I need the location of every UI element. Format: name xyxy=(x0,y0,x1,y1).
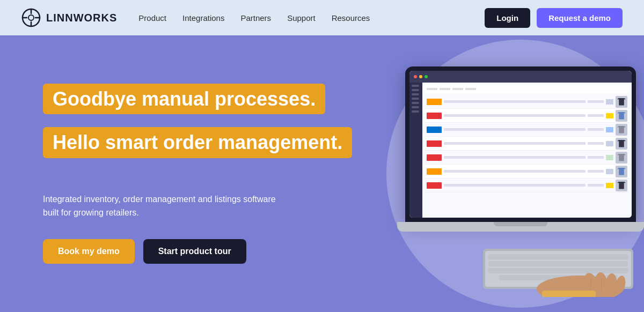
svg-rect-20 xyxy=(542,291,596,297)
headline-1: Goodbye manual processes. xyxy=(53,88,316,110)
dot-red xyxy=(414,75,417,78)
table-row xyxy=(425,95,630,109)
svg-rect-10 xyxy=(488,268,628,273)
nav-item-support[interactable]: Support xyxy=(287,13,316,23)
logo: LINNWORKS xyxy=(21,8,117,27)
svg-rect-9 xyxy=(488,261,628,266)
headline-block-1: Goodbye manual processes. xyxy=(43,84,325,114)
headline-2: Hello smart order management. xyxy=(53,131,342,153)
table-row xyxy=(425,123,630,137)
nav-item-resources[interactable]: Resources xyxy=(332,13,370,23)
laptop-screen xyxy=(409,71,632,218)
hero-content: Goodbye manual processes. Hello smart or… xyxy=(43,84,343,264)
cta-buttons: Book my demo Start product tour xyxy=(43,239,343,264)
dot-green xyxy=(425,75,428,78)
screen-main xyxy=(422,83,632,218)
logo-icon xyxy=(21,8,41,27)
start-tour-button[interactable]: Start product tour xyxy=(143,239,246,264)
main-nav: Product Integrations Partners Support Re… xyxy=(138,13,370,23)
screen-sidebar xyxy=(409,83,422,218)
laptop-mockup xyxy=(392,56,644,302)
table-row xyxy=(425,165,630,179)
dot-yellow xyxy=(419,75,422,78)
hero-visual xyxy=(381,35,644,312)
table-row xyxy=(425,179,630,192)
subheadline: Integrated inventory, order management a… xyxy=(43,192,279,220)
screen-header xyxy=(409,71,632,83)
nav-item-partners[interactable]: Partners xyxy=(240,13,271,23)
hands-svg xyxy=(472,227,644,297)
header-left: LINNWORKS Product Integrations Partners … xyxy=(21,8,370,27)
screen-toolbar xyxy=(425,85,630,93)
table-row xyxy=(425,137,630,151)
svg-rect-8 xyxy=(488,254,628,259)
hero-section: Goodbye manual processes. Hello smart or… xyxy=(0,35,644,312)
order-table xyxy=(425,95,630,192)
laptop-notch xyxy=(494,222,547,226)
nav-item-integrations[interactable]: Integrations xyxy=(182,13,224,23)
table-row xyxy=(425,151,630,165)
headline-block-2: Hello smart order management. xyxy=(43,127,352,158)
header-right: Login Request a demo xyxy=(485,8,623,28)
table-row xyxy=(425,109,630,123)
header: LINNWORKS Product Integrations Partners … xyxy=(0,0,644,35)
logo-text: LINNWORKS xyxy=(46,12,117,24)
book-demo-button[interactable]: Book my demo xyxy=(43,239,135,264)
login-button[interactable]: Login xyxy=(485,8,530,28)
nav-item-product[interactable]: Product xyxy=(138,13,166,23)
hands-area xyxy=(472,227,644,297)
svg-point-1 xyxy=(28,15,34,20)
request-demo-button[interactable]: Request a demo xyxy=(537,8,623,28)
screen-body xyxy=(409,83,632,218)
laptop-screen-outer xyxy=(405,66,636,222)
